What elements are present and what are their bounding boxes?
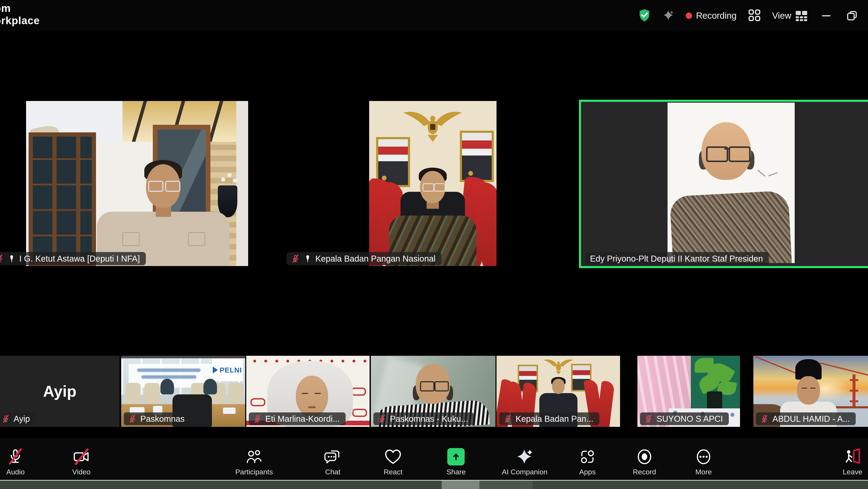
thumb-tile-suyono[interactable]: SUYONO S APCI [638, 356, 740, 427]
audio-label: Audio [6, 468, 25, 476]
leave-label: Leave [843, 468, 863, 476]
video-tile-ketut-astawa[interactable] [26, 101, 248, 266]
portrait-frame [460, 131, 494, 182]
edy-video-scene [668, 103, 795, 263]
recording-dot-icon [686, 12, 692, 19]
pin-icon [304, 254, 312, 263]
recording-label: Recording [696, 10, 736, 21]
meeting-toolbar: Audio Video Participants 126 [0, 438, 868, 480]
restore-window-button[interactable] [845, 8, 860, 23]
eyeglasses [148, 181, 163, 192]
participants-icon [246, 448, 262, 466]
thumb-tile-paskomnas-kuku[interactable]: Paskomnas - Kuku... [371, 356, 495, 427]
nameplate-abdul-hamid: ABDUL HAMID - A... [756, 412, 856, 425]
thumb-tile-paskomnas[interactable]: PELNI Paskomnas [121, 356, 245, 427]
participant-name: SUYONO S APCI [656, 414, 723, 424]
chat-label: Chat [325, 468, 340, 476]
nameplate-suyono: SUYONO S APCI [640, 412, 729, 425]
thumb-tile-kepala-badan-pan[interactable]: Kepala Badan Pan... [497, 356, 620, 427]
muted-mic-icon [1, 414, 10, 423]
ai-companion-sparkle-icon [516, 448, 534, 466]
wall-vase [218, 185, 237, 217]
ai-companion-label: AI Companion [502, 468, 547, 476]
taskbar-active-segment [442, 481, 479, 489]
nameplate-kepala-badan-pangan: Kepala Badan Pangan Nasional [286, 252, 441, 265]
heart-icon [384, 448, 402, 466]
bridge-cable [820, 362, 868, 376]
recording-indicator[interactable]: Recording [686, 10, 736, 21]
thumb-tile-abdul-hamid[interactable]: ABDUL HAMID - A... [753, 356, 868, 427]
nameplate-kepala-badan-pan: Kepala Badan Pan... [499, 412, 599, 425]
react-label: React [384, 468, 403, 476]
ai-companion-button[interactable]: AI Companion [502, 438, 547, 476]
eyeglasses [420, 381, 434, 392]
share-label: Share [446, 468, 466, 476]
logo-line-1: om [0, 2, 40, 15]
more-icon [695, 448, 712, 466]
participant-name: Kepala Badan Pangan Nasional [315, 254, 435, 263]
active-speaker-tile-edy-priyono[interactable]: Edy Priyono-Plt Deputi II Kantor Staf Pr… [579, 100, 868, 268]
nameplate-paskomnas: Paskomnas [124, 412, 190, 425]
nameplate-ketut-astawa: I G. Ketut Astawa [Deputi I NFA] [0, 252, 146, 265]
muted-mic-icon [378, 414, 386, 423]
nameplate-ayip: Ayip [0, 412, 36, 425]
participant-name: Paskomnas - Kuku... [390, 414, 468, 424]
ai-sparkle-status-icon[interactable] [662, 9, 675, 22]
person-face [552, 379, 565, 394]
eyeglasses [423, 183, 434, 192]
minimize-button[interactable] [819, 8, 834, 23]
pin-icon [7, 254, 16, 263]
pelni-logo: PELNI [212, 359, 243, 381]
security-shield-icon[interactable] [638, 8, 651, 23]
muted-camera-icon [72, 448, 91, 466]
muted-mic-icon [291, 254, 300, 263]
zoom-workplace-logo: om orkplace [0, 2, 40, 27]
muted-mic-icon [760, 414, 769, 423]
thumb-tile-ayip[interactable]: Ayip Ayip [0, 356, 120, 427]
apps-label: Apps [579, 468, 596, 476]
seated-person [160, 379, 174, 394]
more-button[interactable]: More [695, 438, 712, 476]
bridge-cable [755, 356, 797, 374]
top-bar-right-controls: Recording View [638, 0, 860, 31]
video-button[interactable]: Video [72, 438, 91, 476]
apps-button[interactable]: Apps [579, 438, 596, 476]
muted-mic-icon [503, 414, 512, 423]
nameplate-eti-marlina: Eti Marlina-Koordi... [249, 412, 346, 425]
leave-door-icon [844, 448, 862, 466]
gallery-layout-icon[interactable] [748, 8, 761, 23]
audio-button[interactable]: Audio [6, 438, 25, 476]
view-button[interactable]: View [772, 10, 808, 21]
share-button[interactable]: Share [446, 438, 466, 476]
taskbar-segment [479, 481, 532, 489]
apps-icon [579, 448, 596, 466]
thumb-tile-eti-marlina[interactable]: Eti Marlina-Koordi... [246, 356, 370, 427]
view-label: View [772, 10, 791, 21]
chat-button[interactable]: Chat [324, 438, 341, 476]
muted-mic-icon [644, 414, 653, 423]
pelni-triangle-icon [213, 367, 218, 373]
chat-icon [324, 448, 341, 466]
restore-icon [846, 9, 858, 22]
leave-button[interactable]: Leave [843, 438, 863, 476]
more-label: More [695, 468, 712, 476]
participant-name: ABDUL HAMID - A... [772, 414, 850, 424]
participants-button[interactable]: Participants [235, 438, 273, 476]
record-icon [636, 448, 653, 466]
video-tile-kepala-badan-pangan[interactable] [369, 101, 497, 266]
taskbar-strip[interactable] [0, 480, 868, 489]
participant-name: Paskomnas [140, 414, 185, 424]
muted-mic-icon [128, 414, 137, 423]
record-button[interactable]: Record [633, 438, 656, 476]
participant-name: Ayip [13, 414, 30, 424]
react-button[interactable]: React [384, 438, 403, 476]
seated-person [204, 379, 217, 394]
logo-line-2: orkplace [0, 15, 40, 27]
nameplate-paskomnas-kuku: Paskomnas - Kuku... [373, 412, 474, 425]
share-screen-icon [447, 448, 465, 465]
minimize-icon [822, 15, 831, 17]
muted-mic-icon [0, 254, 4, 263]
record-label: Record [633, 468, 656, 476]
nameplate-edy-priyono: Edy Priyono-Plt Deputi II Kantor Staf Pr… [586, 252, 769, 265]
participant-name: I G. Ketut Astawa [Deputi I NFA] [19, 254, 140, 263]
